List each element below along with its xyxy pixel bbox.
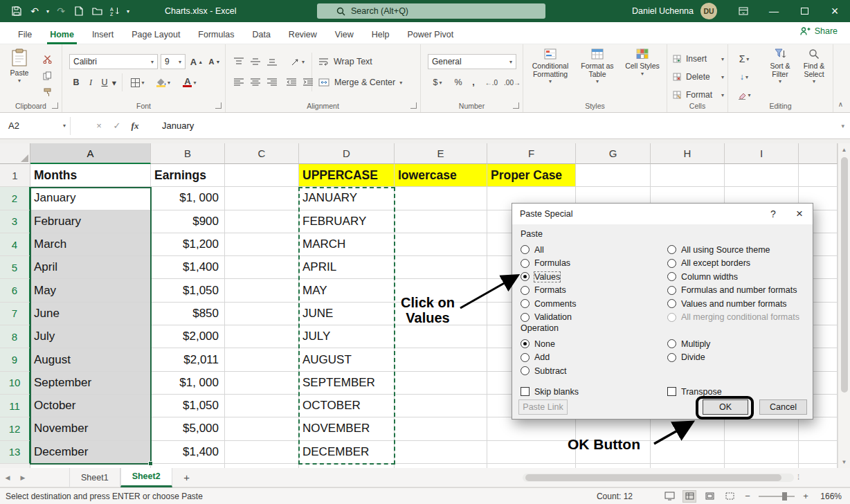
column-header-f[interactable]: F xyxy=(487,143,576,164)
font-size-combo[interactable]: 9▾ xyxy=(161,54,186,69)
cell-j13[interactable] xyxy=(799,441,838,464)
select-all-corner[interactable] xyxy=(0,143,30,164)
cancel-button[interactable]: Cancel xyxy=(759,399,807,415)
cell-E2[interactable] xyxy=(395,187,487,210)
cell-B13[interactable]: $1,400 xyxy=(151,441,225,464)
save-button[interactable] xyxy=(8,2,25,20)
align-center-button[interactable] xyxy=(248,75,263,90)
radio-validation[interactable]: Validation xyxy=(521,311,667,325)
paste-button[interactable]: Paste ▾ xyxy=(4,48,35,84)
cell-A12[interactable]: November xyxy=(30,417,151,440)
cell-E8[interactable] xyxy=(395,325,487,348)
dialog-title-bar[interactable]: Paste Special ? × xyxy=(512,204,813,224)
autosum-button[interactable]: Σ▾ xyxy=(732,51,756,66)
qat-customize-button[interactable]: ▾ xyxy=(125,2,132,20)
decrease-font-button[interactable]: A▼ xyxy=(206,54,223,69)
cell-E5[interactable] xyxy=(395,256,487,279)
column-header-d[interactable]: D xyxy=(299,143,395,164)
sheet-prev-button[interactable]: ◀ xyxy=(0,468,15,487)
merge-center-button[interactable]: Merge & Center▾ xyxy=(318,75,415,90)
zoom-slider[interactable] xyxy=(759,496,795,497)
row-header-10[interactable]: 10 xyxy=(0,372,30,395)
cell-D7[interactable]: JUNE xyxy=(299,303,395,325)
maximize-button[interactable] xyxy=(789,0,820,22)
page-layout-view-button[interactable] xyxy=(703,490,716,503)
row-header-13[interactable]: 13 xyxy=(0,441,30,464)
cell-C12[interactable] xyxy=(225,417,299,440)
radio-divide[interactable]: Divide xyxy=(667,351,804,365)
cell-C6[interactable] xyxy=(225,279,299,302)
cell-j12[interactable] xyxy=(799,417,838,440)
cell-E11[interactable] xyxy=(395,395,487,417)
ribbon-tab-home[interactable]: Home xyxy=(41,24,83,44)
cell-E13[interactable] xyxy=(395,441,487,464)
cell-C3[interactable] xyxy=(225,210,299,233)
format-as-table-button[interactable]: Format as Table ▾ xyxy=(576,48,619,84)
name-box[interactable]: A2▾ xyxy=(4,117,71,135)
radio-none[interactable]: None xyxy=(521,337,667,351)
row-header-12[interactable]: 12 xyxy=(0,417,30,440)
conditional-formatting-button[interactable]: Conditional Formatting ▾ xyxy=(527,48,573,84)
cell-A8[interactable]: July xyxy=(30,325,151,348)
skip-blanks-checkbox[interactable]: Skip blanks xyxy=(521,386,667,397)
cell-D11[interactable]: OCTOBER xyxy=(299,395,395,417)
radio-subtract[interactable]: Subtract xyxy=(521,364,667,378)
avatar[interactable]: DU xyxy=(700,3,717,19)
format-cells-button[interactable]: Format▾ xyxy=(673,87,724,102)
ribbon-display-options-button[interactable] xyxy=(728,0,759,22)
cell-E3[interactable] xyxy=(395,210,487,233)
share-button[interactable]: Share xyxy=(800,26,838,36)
zoom-slider-thumb[interactable] xyxy=(782,492,787,501)
row-header-3[interactable]: 3 xyxy=(0,210,30,233)
font-color-button[interactable]: A▾ xyxy=(179,75,201,90)
row-header-2[interactable]: 2 xyxy=(0,187,30,210)
insert-function-button[interactable]: fx xyxy=(126,117,144,135)
borders-button[interactable]: ▾ xyxy=(127,75,148,90)
cell-C1[interactable] xyxy=(225,164,299,187)
cell-B11[interactable]: $1,050 xyxy=(151,395,225,417)
cell-B2[interactable]: $1, 000 xyxy=(151,187,225,210)
sheet-tab-sheet1[interactable]: Sheet1 xyxy=(69,468,120,487)
cell-A6[interactable]: May xyxy=(30,279,151,302)
insert-cells-button[interactable]: Insert▾ xyxy=(673,51,724,66)
column-header-partial[interactable] xyxy=(799,143,838,164)
cell-D1[interactable]: UPPERCASE xyxy=(299,164,395,187)
cell-B5[interactable]: $1,400 xyxy=(151,256,225,279)
radio-formats[interactable]: Formats xyxy=(521,284,667,298)
align-right-button[interactable] xyxy=(264,75,280,90)
cell-A2[interactable]: January xyxy=(30,187,151,210)
cell-I12[interactable] xyxy=(725,417,799,440)
cell-F13[interactable] xyxy=(487,441,576,464)
cell-I1[interactable] xyxy=(725,164,799,187)
cell-C7[interactable] xyxy=(225,303,299,325)
cell-B7[interactable]: $850 xyxy=(151,303,225,325)
row-header-8[interactable]: 8 xyxy=(0,325,30,348)
cell-C8[interactable] xyxy=(225,325,299,348)
accounting-format-button[interactable]: $▾ xyxy=(428,75,447,90)
ribbon-tab-review[interactable]: Review xyxy=(280,24,326,44)
radio-multiply[interactable]: Multiply xyxy=(667,337,804,351)
cell-H13[interactable] xyxy=(651,441,725,464)
ribbon-tab-view[interactable]: View xyxy=(326,24,363,44)
cell-E10[interactable] xyxy=(395,372,487,395)
cell-D4[interactable]: MARCH xyxy=(299,233,395,256)
radio-values[interactable]: Values xyxy=(521,270,667,284)
open-folder-button[interactable] xyxy=(89,2,105,20)
ribbon-tab-file[interactable]: File xyxy=(9,24,41,44)
find-select-button[interactable]: Find & Select ▾ xyxy=(797,48,831,84)
font-dialog-launcher[interactable] xyxy=(215,102,221,109)
radio-column-widths[interactable]: Column widths xyxy=(667,270,804,284)
vertical-scrollbar[interactable]: ▲ ▼ xyxy=(838,143,850,468)
radio-formulas-and-number-formats[interactable]: Formulas and number formats xyxy=(667,284,804,298)
sheet-tab-sheet2[interactable]: Sheet2 xyxy=(120,468,172,487)
increase-font-button[interactable]: A▲ xyxy=(188,54,205,69)
format-painter-button[interactable] xyxy=(39,84,55,100)
orientation-button[interactable]: ▾ xyxy=(287,54,309,69)
ribbon-tab-power-pivot[interactable]: Power Pivot xyxy=(398,24,462,44)
decrease-indent-button[interactable] xyxy=(284,75,299,90)
cell-A7[interactable]: June xyxy=(30,303,151,325)
cell-D12[interactable]: NOVEMBER xyxy=(299,417,395,440)
scroll-down-button[interactable]: ▼ xyxy=(838,456,850,468)
row-header-7[interactable]: 7 xyxy=(0,303,30,325)
cell-C10[interactable] xyxy=(225,372,299,395)
